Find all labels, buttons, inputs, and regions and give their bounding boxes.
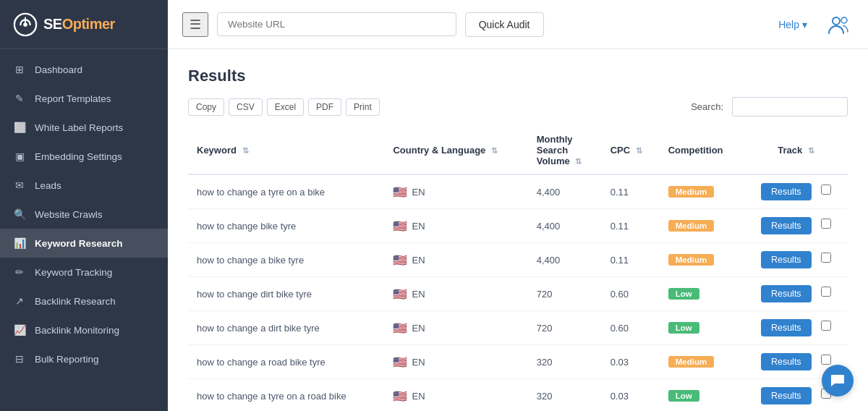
results-button-0[interactable]: Results [761, 183, 812, 200]
print-button[interactable]: Print [346, 98, 380, 116]
results-button-3[interactable]: Results [761, 285, 812, 302]
lang-label: EN [412, 255, 425, 266]
keyword-tracking-icon: ✏ [13, 266, 26, 278]
sidebar-logo[interactable]: SEOptimer [0, 0, 168, 49]
results-button-2[interactable]: Results [761, 251, 812, 268]
cell-cpc: 0.03 [602, 345, 660, 379]
search-input[interactable] [732, 97, 848, 116]
sidebar-item-keyword-tracking[interactable]: ✏Keyword Tracking [0, 258, 168, 287]
help-label: Help [778, 19, 799, 30]
cell-competition: Medium [660, 345, 744, 379]
cell-competition: Low [660, 379, 744, 412]
results-button-5[interactable]: Results [761, 353, 812, 370]
sidebar-label-keyword-research: Keyword Research [35, 238, 123, 249]
users-icon [827, 14, 851, 35]
track-checkbox-0[interactable] [821, 185, 831, 195]
cell-keyword: how to change a bike tyre [188, 243, 384, 277]
users-icon-button[interactable] [827, 12, 854, 38]
cell-keyword: how to change a road bike tyre [188, 345, 384, 379]
svg-point-2 [833, 17, 840, 25]
cell-cpc: 0.60 [602, 277, 660, 311]
cell-cpc: 0.03 [602, 379, 660, 412]
track-checkbox-2[interactable] [821, 253, 831, 263]
topbar: ☰ Quick Audit Help ▾ [168, 0, 868, 49]
results-button-1[interactable]: Results [761, 217, 812, 234]
competition-badge: Medium [668, 356, 714, 368]
sidebar-item-website-crawls[interactable]: 🔍Website Crawls [0, 200, 168, 229]
sort-country-icon[interactable]: ⇅ [491, 146, 498, 155]
col-track: Track ⇅ [744, 127, 848, 174]
cell-keyword: how to change bike tyre [188, 209, 384, 243]
sidebar-label-leads: Leads [35, 180, 61, 191]
sidebar-item-embedding-settings[interactable]: ▣Embedding Settings [0, 142, 168, 171]
track-checkbox-1[interactable] [821, 219, 831, 229]
cell-competition: Low [660, 311, 744, 345]
cell-track: Results [744, 277, 848, 311]
copy-button[interactable]: Copy [188, 98, 224, 116]
report-templates-icon: ✎ [13, 93, 26, 104]
competition-badge: Low [668, 288, 699, 300]
track-checkbox-5[interactable] [821, 355, 831, 365]
sidebar-item-backlink-research[interactable]: ↗Backlink Research [0, 287, 168, 315]
flag-icon: 🇺🇸 [393, 287, 407, 301]
table-controls: Copy CSV Excel PDF Print Search: [188, 97, 848, 116]
cell-competition: Low [660, 277, 744, 311]
pdf-button[interactable]: PDF [308, 98, 341, 116]
cell-volume: 4,400 [528, 209, 602, 243]
cell-keyword: how to change a tyre on a bike [188, 174, 384, 209]
help-button[interactable]: Help ▾ [778, 19, 807, 30]
competition-badge: Medium [668, 186, 714, 198]
table-row: how to change dirt bike tyre 🇺🇸 EN 720 0… [188, 277, 848, 311]
sidebar-item-dashboard[interactable]: ⊞Dashboard [0, 55, 168, 84]
sidebar-label-backlink-monitoring: Backlink Monitoring [35, 325, 119, 336]
cell-volume: 720 [528, 277, 602, 311]
cell-keyword: how to change dirt bike tyre [188, 277, 384, 311]
backlink-research-icon: ↗ [13, 295, 26, 307]
csv-button[interactable]: CSV [229, 98, 263, 116]
cell-country-language: 🇺🇸 EN [384, 174, 527, 209]
sidebar-item-leads[interactable]: ✉Leads [0, 171, 168, 200]
sort-track-icon[interactable]: ⇅ [808, 146, 814, 155]
lang-label: EN [412, 357, 425, 368]
lang-label: EN [412, 289, 425, 300]
website-url-input[interactable] [217, 12, 456, 36]
page-title: Results [188, 67, 848, 85]
flag-icon: 🇺🇸 [393, 253, 407, 267]
cell-volume: 4,400 [528, 174, 602, 209]
sidebar-label-report-templates: Report Templates [35, 93, 111, 104]
table-row: how to change a tyre on a bike 🇺🇸 EN 4,4… [188, 174, 848, 209]
quick-audit-button[interactable]: Quick Audit [465, 12, 544, 37]
sort-cpc-icon[interactable]: ⇅ [636, 146, 642, 155]
col-competition: Competition [660, 127, 744, 174]
cell-cpc: 0.11 [602, 209, 660, 243]
chat-icon [830, 373, 846, 389]
logo-icon [13, 12, 38, 37]
cell-keyword: how to change a dirt bike tyre [188, 311, 384, 345]
sort-keyword-icon[interactable]: ⇅ [242, 146, 249, 155]
cell-track: Results [744, 174, 848, 209]
excel-button[interactable]: Excel [267, 98, 304, 116]
sidebar-item-keyword-research[interactable]: 📊Keyword Research [0, 229, 168, 258]
sidebar-item-white-label-reports[interactable]: ⬜White Label Reports [0, 113, 168, 142]
hamburger-button[interactable]: ☰ [182, 12, 208, 37]
sidebar-label-white-label-reports: White Label Reports [35, 122, 123, 133]
lang-label: EN [412, 391, 425, 402]
track-checkbox-3[interactable] [821, 287, 831, 297]
cell-track: Results [744, 243, 848, 277]
sidebar-item-bulk-reporting[interactable]: ⊟Bulk Reporting [0, 344, 168, 373]
track-checkbox-4[interactable] [821, 321, 831, 331]
cell-volume: 4,400 [528, 243, 602, 277]
chat-bubble[interactable] [822, 365, 854, 397]
cell-country-language: 🇺🇸 EN [384, 209, 527, 243]
flag-icon: 🇺🇸 [393, 355, 407, 369]
sidebar-label-website-crawls: Website Crawls [35, 209, 103, 220]
results-button-4[interactable]: Results [761, 319, 812, 336]
backlink-monitoring-icon: 📈 [13, 324, 26, 336]
sort-volume-icon[interactable]: ⇅ [575, 157, 582, 166]
cell-volume: 320 [528, 345, 602, 379]
sidebar-item-backlink-monitoring[interactable]: 📈Backlink Monitoring [0, 315, 168, 344]
cell-cpc: 0.11 [602, 243, 660, 277]
cell-country-language: 🇺🇸 EN [384, 345, 527, 379]
sidebar-item-report-templates[interactable]: ✎Report Templates [0, 84, 168, 113]
results-button-6[interactable]: Results [761, 387, 812, 404]
